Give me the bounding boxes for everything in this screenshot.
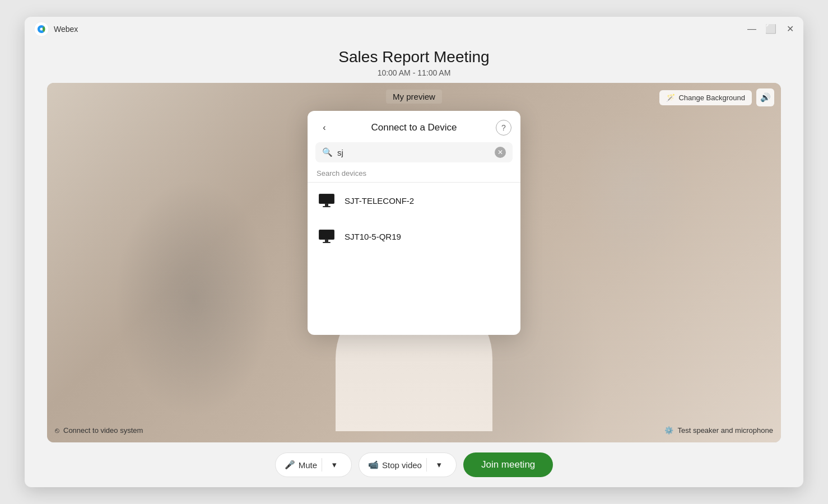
join-meeting-button[interactable]: Join meeting <box>463 452 553 477</box>
button-divider <box>322 458 322 472</box>
device-search-box[interactable]: 🔍 ✕ <box>315 142 513 162</box>
device-name-label: SJT10-5-QR19 <box>345 232 401 241</box>
close-button[interactable]: ✕ <box>785 25 794 34</box>
test-speaker-mic-button[interactable]: ⚙️ Test speaker and microphone <box>664 426 773 435</box>
mute-label: Mute <box>299 460 317 470</box>
device-monitor-icon <box>317 190 337 211</box>
modal-title: Connect to a Device <box>371 122 457 133</box>
mute-dropdown-chevron[interactable]: ▾ <box>327 460 342 470</box>
search-hint: Search devices <box>308 167 520 182</box>
device-item[interactable]: SJT-TELECONF-2 <box>308 183 520 218</box>
monitor-svg-icon <box>317 226 337 246</box>
svg-rect-7 <box>325 240 328 242</box>
meeting-header: Sales Report Meeting 10:00 AM - 11:00 AM <box>25 41 803 83</box>
mute-button-group[interactable]: 🎤 Mute ▾ <box>275 452 352 477</box>
video-preview-area: My preview 🪄 Change Background 🔊 ⎋ Conne… <box>47 83 781 442</box>
video-dropdown-chevron[interactable]: ▾ <box>431 460 447 470</box>
svg-rect-3 <box>325 204 328 206</box>
video-bottom-controls: ⎋ Connect to video system ⚙️ Test speake… <box>55 426 773 435</box>
app-logo-group: Webex <box>34 21 78 37</box>
stop-video-label: Stop video <box>382 460 422 470</box>
connect-video-system-button[interactable]: ⎋ Connect to video system <box>55 426 143 435</box>
app-name-label: Webex <box>54 25 78 34</box>
app-window: Webex — ⬜ ✕ Sales Report Meeting 10:00 A… <box>25 17 803 487</box>
title-bar: Webex — ⬜ ✕ <box>25 17 803 41</box>
device-list: SJT-TELECONF-2 SJT10-5-QR19 <box>308 183 520 335</box>
svg-rect-8 <box>323 242 331 243</box>
connect-video-label: Connect to video system <box>63 426 143 435</box>
test-speaker-label: Test speaker and microphone <box>677 426 773 435</box>
device-monitor-icon <box>317 226 337 246</box>
audio-icon: 🔊 <box>760 92 771 102</box>
bottom-toolbar: 🎤 Mute ▾ 📹 Stop video ▾ Join meeting <box>25 442 803 487</box>
modal-header: ‹ Connect to a Device ? <box>308 111 520 142</box>
modal-help-button[interactable]: ? <box>496 120 511 136</box>
audio-settings-button[interactable]: 🔊 <box>756 88 774 106</box>
webex-logo-icon <box>34 21 49 37</box>
svg-point-0 <box>34 22 49 36</box>
button-divider <box>426 458 427 472</box>
cast-icon: ⎋ <box>55 426 59 435</box>
stop-video-button-group[interactable]: 📹 Stop video ▾ <box>359 452 457 477</box>
svg-rect-6 <box>319 230 334 239</box>
preview-label: My preview <box>386 90 442 104</box>
window-controls: — ⬜ ✕ <box>747 25 794 34</box>
wand-icon: 🪄 <box>666 94 675 102</box>
change-background-button[interactable]: 🪄 Change Background <box>659 90 752 105</box>
minimize-button[interactable]: — <box>747 25 756 34</box>
video-top-controls: 🪄 Change Background 🔊 <box>659 88 774 106</box>
meeting-title: Sales Report Meeting <box>25 48 803 66</box>
maximize-button[interactable]: ⬜ <box>766 25 775 34</box>
gear-icon: ⚙️ <box>664 426 673 435</box>
monitor-svg-icon <box>317 190 337 211</box>
device-name-label: SJT-TELECONF-2 <box>345 196 414 206</box>
device-search-input[interactable] <box>337 148 490 157</box>
microphone-icon: 🎤 <box>285 460 295 470</box>
device-item[interactable]: SJT10-5-QR19 <box>308 218 520 254</box>
video-camera-icon: 📹 <box>368 460 379 470</box>
meeting-time: 10:00 AM - 11:00 AM <box>25 68 803 77</box>
svg-rect-4 <box>323 206 331 207</box>
search-icon: 🔍 <box>322 147 333 157</box>
connect-device-modal: ‹ Connect to a Device ? 🔍 ✕ Search devic… <box>308 111 520 335</box>
change-background-label: Change Background <box>678 94 745 102</box>
search-clear-button[interactable]: ✕ <box>495 147 506 158</box>
modal-back-button[interactable]: ‹ <box>317 120 332 136</box>
svg-rect-2 <box>319 194 334 203</box>
